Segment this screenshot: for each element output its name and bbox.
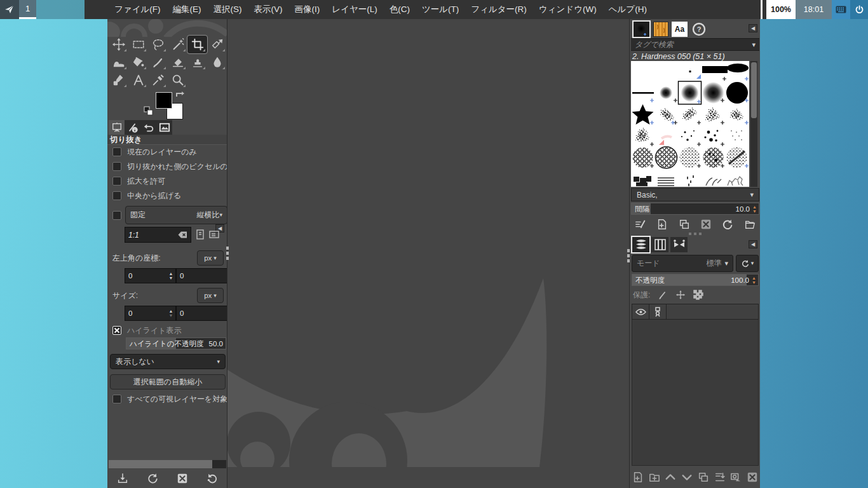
chevron-down-icon[interactable]: ▾ [752, 42, 756, 48]
fixed-checkbox[interactable] [112, 211, 121, 220]
highlight-opacity-slider[interactable]: ハイライトの不透明度 50.0 [126, 337, 226, 349]
tool-rectangle-select[interactable] [128, 36, 148, 53]
foreground-color-swatch[interactable] [156, 92, 172, 109]
link-column-header[interactable] [649, 304, 667, 319]
checkbox[interactable] [112, 147, 121, 156]
brush-group-dropdown[interactable]: Basic, ▾ [631, 188, 759, 201]
visibility-column-header[interactable] [632, 304, 649, 319]
workspace-indicator[interactable]: 1 [19, 0, 36, 19]
option-highlight[interactable]: ハイライト表示 [112, 325, 227, 336]
scrollbar-thumb[interactable] [751, 62, 757, 118]
portrait-orientation-button[interactable] [196, 229, 205, 240]
checkbox[interactable] [112, 162, 121, 171]
checkbox[interactable] [112, 177, 121, 186]
aspect-ratio-field[interactable] [125, 227, 191, 243]
tool-clone[interactable] [187, 53, 207, 71]
brush-grid-scrollbar[interactable] [750, 61, 757, 187]
layers-menu-button[interactable]: ◀ [749, 240, 757, 248]
spinner-buttons[interactable]: ▲▼ [751, 203, 758, 214]
option-delete-cropped-pixels[interactable]: 切り抜かれた側のピクセルの削除 [112, 161, 227, 172]
default-colors-button[interactable] [144, 106, 153, 116]
launcher-button[interactable] [0, 0, 19, 19]
tool-warp-transform[interactable] [109, 53, 128, 71]
tool-crop[interactable] [187, 36, 207, 53]
layers-list-empty[interactable] [632, 320, 759, 466]
brush-spacing-slider[interactable]: 間隔 10.0 ▲▼ [631, 203, 759, 215]
tool-color-picker[interactable] [148, 71, 168, 89]
menu-filters[interactable]: フィルター(R) [471, 4, 527, 15]
tool-smudge[interactable] [207, 53, 227, 71]
tab-help[interactable]: ? [691, 22, 707, 37]
scrollbar-thumb[interactable] [109, 460, 212, 468]
size-unit-dropdown[interactable]: px▾ [197, 288, 224, 303]
add-layer-mask-button[interactable] [730, 471, 742, 483]
menu-colors[interactable]: 色(C) [390, 4, 410, 15]
refresh-brushes-button[interactable] [722, 219, 733, 230]
tool-zoom[interactable] [168, 71, 187, 89]
menu-edit[interactable]: 編集(E) [173, 4, 201, 15]
delete-layer-button[interactable] [747, 471, 758, 483]
guides-dropdown[interactable]: 表示しない ▾ [110, 354, 226, 369]
reset-tool-options-button[interactable] [207, 473, 218, 484]
menu-image[interactable]: 画像(I) [295, 4, 320, 15]
tab-layers[interactable] [632, 237, 649, 252]
new-layer-button[interactable] [632, 471, 644, 483]
edit-brush-button[interactable] [635, 219, 646, 230]
save-tool-preset-button[interactable] [117, 473, 128, 484]
tab-patterns[interactable] [653, 22, 668, 37]
lock-position-button[interactable] [675, 290, 686, 300]
position-x-field[interactable]: 0 ▲▼ [125, 268, 176, 283]
highlight-checkbox-checked[interactable] [112, 326, 121, 335]
duplicate-layer-button[interactable] [698, 471, 709, 483]
tab-tool-options[interactable] [109, 120, 125, 135]
fixed-aspect-dropdown[interactable]: 固定 縦横比 ▾ [125, 206, 227, 224]
menu-tools[interactable]: ツール(T) [422, 4, 459, 15]
layer-mode-switch-button[interactable]: ▾ [736, 255, 759, 272]
tool-free-select[interactable] [148, 36, 168, 53]
option-allow-growing[interactable]: 拡大を許可 [112, 176, 227, 186]
duplicate-brush-button[interactable] [679, 219, 690, 230]
tool-move[interactable] [109, 36, 128, 53]
layer-opacity-slider[interactable]: 不透明度 100.0 ▲▼ [632, 274, 759, 286]
tool-fuzzy-select[interactable] [168, 36, 187, 53]
tool-paintbrush[interactable] [148, 53, 168, 71]
size-width-field[interactable]: 0 ▲▼ [125, 306, 176, 321]
keyboard-layout-button[interactable] [832, 0, 850, 19]
tool-bucket-fill[interactable] [128, 53, 148, 71]
landscape-orientation-button[interactable] [209, 229, 220, 240]
menu-file[interactable]: ファイル(F) [114, 4, 161, 15]
brush-search-input[interactable] [635, 40, 752, 49]
raise-layer-button[interactable] [665, 471, 676, 483]
dock-splitter-handle[interactable] [630, 233, 760, 235]
position-y-field[interactable]: 0 [176, 268, 227, 283]
option-expand-from-center[interactable]: 中央から拡げる [112, 191, 227, 201]
tab-fonts[interactable]: Aa [672, 22, 688, 37]
tab-device-status[interactable] [125, 120, 140, 135]
restore-tool-preset-button[interactable] [147, 473, 158, 484]
menu-select[interactable]: 選択(S) [214, 4, 242, 15]
swap-colors-button[interactable] [175, 91, 185, 100]
merge-layer-button[interactable] [714, 471, 726, 483]
tab-brushes[interactable] [634, 22, 649, 37]
tab-channels[interactable] [651, 237, 668, 252]
tool-text[interactable] [128, 71, 148, 89]
canvas-area[interactable] [227, 19, 629, 488]
delete-tool-preset-button[interactable] [177, 473, 188, 484]
tool-unified-transform[interactable] [207, 36, 227, 53]
lock-pixels-button[interactable] [658, 290, 668, 300]
tool-options-hscrollbar[interactable] [109, 460, 226, 468]
menu-windows[interactable]: ウィンドウ(W) [539, 4, 597, 15]
lower-layer-button[interactable] [681, 471, 693, 483]
right-dock-resize-handle[interactable] [627, 249, 630, 262]
new-brush-button[interactable] [656, 219, 668, 230]
tool-eraser[interactable] [168, 53, 187, 71]
tab-undo-history[interactable] [140, 120, 156, 135]
spinner-buttons[interactable]: ▲▼ [750, 274, 757, 285]
layer-mode-dropdown[interactable]: モード 標準 ▾ [632, 255, 733, 272]
aspect-ratio-input[interactable] [128, 231, 178, 240]
brush-grid[interactable] [631, 61, 749, 187]
left-dock-resize-handle[interactable] [226, 247, 229, 260]
spinner-buttons[interactable]: ▲▼ [167, 269, 175, 282]
option-current-layer-only[interactable]: 現在のレイヤーのみ [112, 147, 227, 157]
brushes-menu-button[interactable]: ◀ [749, 24, 757, 32]
